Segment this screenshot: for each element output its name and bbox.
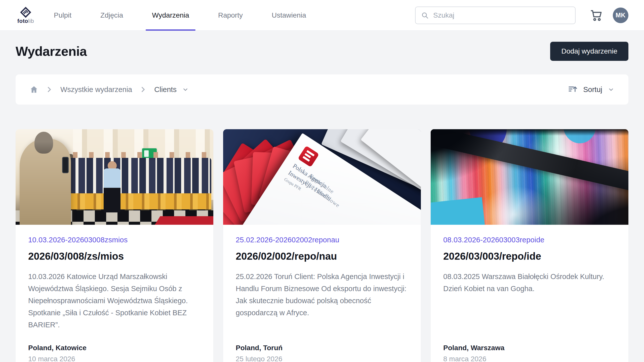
event-id-link[interactable]: 25.02.2026-202602002reponau — [236, 236, 408, 244]
photo-red-carpet — [155, 216, 213, 225]
breadcrumb-item-clients[interactable]: Clients — [154, 85, 189, 94]
breadcrumb-separator — [47, 85, 52, 94]
event-location: Poland, Warszawa — [443, 344, 616, 352]
photo-smartphone — [62, 157, 69, 173]
chevron-down-icon — [608, 86, 614, 93]
sort-label: Sortuj — [583, 85, 602, 94]
page-title: Wydarzenia — [16, 44, 87, 59]
app-logo[interactable]: fotolib — [16, 7, 36, 24]
nav-item-ustawienia[interactable]: Ustawienia — [272, 0, 306, 30]
user-avatar[interactable]: MK — [613, 8, 628, 23]
breadcrumb-item-all-events[interactable]: Wszystkie wydarzenia — [60, 85, 132, 94]
event-photo-abstract-painting[interactable] — [431, 129, 628, 225]
event-id-link[interactable]: 10.03.2026-202603008zsmios — [28, 236, 201, 244]
event-description: 10.03.2026 Katowice Urząd Marszałkowski … — [28, 270, 201, 331]
event-description: 08.03.2025 Warszawa Białołęcki Ośrodek K… — [443, 270, 616, 295]
search-icon — [421, 12, 429, 19]
event-date: 25 lutego 2026 — [236, 355, 408, 362]
event-title: 2026/03/003/repo/ide — [443, 251, 616, 262]
shopping-cart-icon — [590, 9, 603, 22]
nav-item-zdjecia[interactable]: Zdjęcia — [100, 0, 123, 30]
event-card-grid: 10.03.2026-202603008zsmios 2026/03/008/z… — [16, 129, 628, 362]
page-header: Wydarzenia Dodaj wydarzenie — [16, 42, 628, 61]
event-id-link[interactable]: 08.03.2026-202603003repoide — [443, 236, 616, 244]
photo-group-torsos — [69, 158, 211, 196]
event-photo-folk-group[interactable] — [16, 129, 213, 225]
photo-woman — [104, 168, 120, 212]
breadcrumb-item-label: Clients — [154, 85, 177, 94]
breadcrumb-bar: Wszystkie wydarzenia Clients Sortuj — [16, 74, 628, 105]
photo-photographer-head — [34, 132, 53, 154]
breadcrumb-separator — [141, 85, 146, 94]
event-card-body: 25.02.2026-202602002reponau 2026/02/002/… — [223, 225, 421, 362]
home-icon — [30, 85, 38, 94]
breadcrumb-home-link[interactable] — [30, 85, 38, 94]
nav-item-wydarzenia[interactable]: Wydarzenia — [152, 0, 189, 30]
event-card[interactable]: 10.03.2026-202603008zsmios 2026/03/008/z… — [16, 129, 213, 362]
event-card[interactable]: Polska Agencja Inwestycji i Handlu Grupa… — [223, 129, 421, 362]
add-event-button[interactable]: Dodaj wydarzenie — [550, 42, 628, 61]
sort-ascending-icon — [568, 85, 578, 94]
event-date: 8 marca 2026 — [443, 355, 616, 362]
logo-wordmark: fotolib — [17, 18, 34, 24]
nav-item-raporty[interactable]: Raporty — [218, 0, 243, 30]
nav-item-pulpit[interactable]: Pulpit — [54, 0, 71, 30]
logo-diamond-icon — [20, 7, 31, 18]
event-date: 10 marca 2026 — [28, 355, 201, 362]
event-photo-brochures[interactable]: Polska Agencja Inwestycji i Handlu Grupa… — [223, 129, 421, 225]
top-nav-bar: fotolib Pulpit Zdjęcia Wydarzenia Raport… — [0, 0, 644, 31]
event-description: 25.02.2026 Toruń Client: Polska Agencja … — [236, 270, 408, 319]
paih-logo-icon — [298, 146, 319, 167]
event-card-body: 10.03.2026-202603008zsmios 2026/03/008/z… — [16, 225, 213, 362]
search-box — [415, 7, 576, 24]
main-nav: Pulpit Zdjęcia Wydarzenia Raporty Ustawi… — [54, 0, 306, 30]
event-location: Poland, Katowice — [28, 344, 201, 352]
photo-corner-shadow — [503, 154, 628, 225]
event-location: Poland, Toruń — [236, 344, 408, 352]
page-content: Wydarzenia Dodaj wydarzenie Wszystkie wy… — [0, 42, 644, 362]
event-title: 2026/02/002/repo/nau — [236, 251, 408, 262]
chevron-down-icon — [182, 86, 189, 93]
event-card[interactable]: 08.03.2026-202603003repoide 2026/03/003/… — [431, 129, 628, 362]
cart-button[interactable] — [590, 9, 603, 22]
search-input[interactable] — [433, 11, 570, 20]
event-title: 2026/03/008/zs/mios — [28, 251, 201, 262]
sort-control[interactable]: Sortuj — [568, 85, 614, 94]
event-card-body: 08.03.2026-202603003repoide 2026/03/003/… — [431, 225, 628, 362]
